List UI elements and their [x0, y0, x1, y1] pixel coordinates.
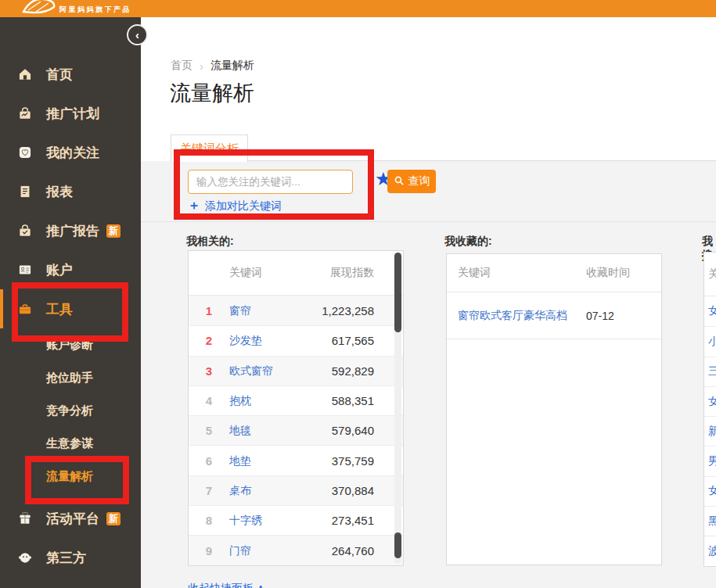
- keyword-link[interactable]: 男: [708, 454, 716, 468]
- table-row: 小: [704, 326, 716, 356]
- keyword-link[interactable]: 黑: [708, 514, 716, 529]
- rank: 4: [189, 394, 229, 407]
- sidebar-item-label: 推广报告: [46, 222, 99, 240]
- sidebar-collapse-toggle[interactable]: ‹: [127, 24, 148, 45]
- table-row: 5地毯579,640: [189, 415, 403, 445]
- annotation-box-search: [174, 149, 374, 220]
- impression-value: 370,884: [297, 484, 403, 497]
- related-keywords-table: 关键词 展现指数 1窗帘1,223,258 2沙发垫617,565 3欧式窗帘5…: [188, 250, 404, 566]
- header-keyword: 关键词: [229, 266, 297, 280]
- keyword-link[interactable]: 欧式窗帘: [229, 364, 273, 377]
- keyword-link[interactable]: 窗帘: [229, 304, 251, 317]
- keyword-link[interactable]: 波: [708, 544, 716, 558]
- query-button[interactable]: 查询: [387, 170, 436, 193]
- sidebar-item-activity-platform[interactable]: 活动平台 新: [0, 499, 141, 538]
- keyword-link[interactable]: 女: [708, 395, 716, 409]
- sidebar-subitem-label: 竞争分析: [46, 403, 93, 418]
- table-row: 男: [704, 446, 716, 475]
- keyword-link[interactable]: 沙发垫: [229, 334, 262, 346]
- app-window: 阿里妈妈旗下产品 首页 推广计划 我的关注 报表 推广报告 新 账户: [0, 0, 716, 588]
- heart-icon: [17, 145, 33, 160]
- rank: 3: [189, 364, 229, 378]
- keyword-analysis-panel: ★ 查询 ＋ 添加对比关键词 我相关的: 关键词 展现指数 1窗帘1,223,2…: [141, 161, 716, 588]
- keyword-link[interactable]: 十字绣: [229, 514, 262, 526]
- header-favorite-time: 收藏时间: [586, 266, 661, 280]
- table-row: 8十字绣273,451: [189, 505, 403, 535]
- impression-value: 592,829: [297, 364, 403, 378]
- sidebar-subitem-business-advisor[interactable]: 生意参谋: [0, 427, 141, 460]
- table-row: 9门帘264,760: [189, 535, 403, 565]
- breadcrumb-home[interactable]: 首页: [171, 59, 192, 73]
- sidebar-subitem-label: 抢位助手: [46, 371, 93, 385]
- table-row: 波: [704, 536, 716, 565]
- impression-value: 617,565: [297, 334, 403, 347]
- new-badge: 新: [106, 512, 121, 525]
- keyword-link[interactable]: 地垫: [229, 454, 251, 467]
- impression-value: 264,760: [297, 544, 403, 558]
- gift-icon: [17, 511, 33, 526]
- sidebar-item-promo-report[interactable]: 推广报告 新: [0, 211, 141, 250]
- keyword-link[interactable]: 三: [708, 364, 716, 378]
- rank: 7: [189, 484, 229, 497]
- sidebar-item-label: 活动平台: [46, 510, 99, 528]
- search-icon: [394, 175, 405, 188]
- sidebar-item-third-party[interactable]: 第三方: [0, 538, 141, 577]
- toolbar-divider: [141, 221, 716, 222]
- table-row: 1窗帘1,223,258: [189, 296, 403, 325]
- table-row: 3欧式窗帘592,829: [189, 356, 403, 385]
- sidebar-item-campaigns[interactable]: 推广计划: [0, 94, 141, 133]
- table-row: 4抱枕588,351: [189, 385, 403, 415]
- table-body: 1窗帘1,223,258 2沙发垫617,565 3欧式窗帘592,829 4抱…: [189, 296, 403, 565]
- table-row: 7桌布370,884: [189, 475, 403, 505]
- home-icon: [17, 66, 33, 82]
- rank: 6: [189, 454, 229, 468]
- collapse-quick-panel-link[interactable]: 收起快捷面板 ∧: [188, 582, 264, 588]
- annotation-box-traffic-analysis: [25, 456, 129, 504]
- table-row: 女: [704, 386, 716, 416]
- header-keyword: 关键词: [708, 267, 716, 281]
- table-row: 女: [704, 296, 716, 326]
- table-row: 2沙发垫617,565: [189, 325, 403, 355]
- keyword-link[interactable]: 地毯: [229, 424, 251, 436]
- plan-icon: [17, 106, 33, 121]
- rank: 1: [189, 304, 229, 317]
- table-row: 6地垫375,759: [189, 445, 403, 475]
- sidebar-item-reports[interactable]: 报表: [0, 172, 141, 211]
- table-row: 女: [704, 476, 716, 506]
- sidebar-item-home[interactable]: 首页: [0, 55, 141, 94]
- favorite-time: 07-12: [586, 310, 661, 322]
- sidebar-item-label: 首页: [46, 66, 73, 84]
- keyword-link[interactable]: 女: [708, 304, 716, 318]
- promo-report-icon: [17, 223, 33, 238]
- alimama-logo-icon: [20, 0, 58, 17]
- impression-value: 1,223,258: [297, 304, 403, 317]
- keyword-link[interactable]: 小: [708, 335, 716, 349]
- annotation-box-tools: [12, 282, 128, 342]
- keyword-link[interactable]: 桌布: [229, 484, 251, 497]
- table-header: 关键词: [704, 253, 716, 296]
- impression-value: 273,451: [297, 514, 403, 527]
- related-panel-label: 我相关的:: [186, 235, 234, 249]
- brand-caption: 阿里妈妈旗下产品: [59, 5, 131, 15]
- impression-value: 588,351: [297, 394, 403, 407]
- keyword-link[interactable]: 门帘: [229, 544, 251, 557]
- favorites-table: 关键词 收藏时间 窗帘欧式客厅豪华高档 07-12: [446, 253, 662, 565]
- keyword-link[interactable]: 新: [708, 425, 716, 439]
- scrollbar-thumb[interactable]: [394, 253, 401, 332]
- sidebar-item-favorites[interactable]: 我的关注: [0, 133, 141, 172]
- table-header: 关键词 展现指数: [189, 251, 403, 296]
- clipped-keywords-table: 关键词 女 小 三 女 新 男 女 黑 波: [703, 252, 716, 567]
- sidebar-subitem-competition-analysis[interactable]: 竞争分析: [0, 394, 141, 427]
- rank: 2: [189, 334, 229, 347]
- header-keyword: 关键词: [447, 266, 586, 280]
- sidebar-subitem-rank-assistant[interactable]: 抢位助手: [0, 361, 141, 394]
- keyword-link[interactable]: 抱枕: [229, 394, 251, 407]
- page-title: 流量解析: [170, 79, 254, 107]
- table-row: 三: [704, 357, 716, 386]
- scrollbar-thumb[interactable]: [394, 532, 401, 558]
- report-icon: [17, 184, 33, 199]
- breadcrumb-current: 流量解析: [210, 59, 254, 73]
- rank: 5: [189, 424, 229, 437]
- keyword-link[interactable]: 窗帘欧式客厅豪华高档: [458, 309, 567, 321]
- keyword-link[interactable]: 女: [708, 484, 716, 498]
